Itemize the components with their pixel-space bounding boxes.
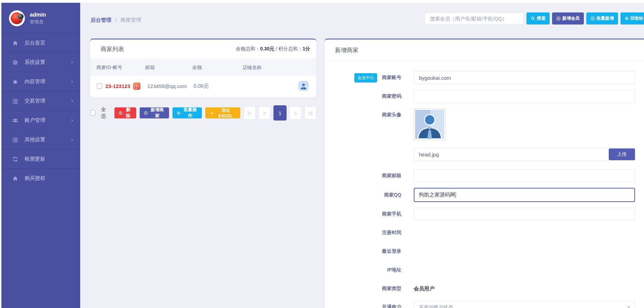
verified-badge-icon: V [133,83,140,90]
sidebar-item-label: 账户管理 [25,117,70,124]
totals-summary: 余额总和：0.30元 / 积分总和：1分 [236,46,310,52]
chevron-right-icon [70,80,74,84]
pagination-last[interactable]: >| [305,106,316,119]
sidebar-menu: 后台首页 系统设置 内容管理 [1,33,80,188]
merchant-avatar-preview[interactable] [414,108,446,140]
qq-row: 商家QQ 狗凯之家源码网 [325,188,635,202]
merchant-list-title: 商家列表 [101,45,124,53]
avatar-label: 商家头像 [382,112,401,118]
open-merchant-row: 开通商户 不变动商户状态 [325,301,635,308]
add-merchant-button[interactable]: 新增商家 [140,107,169,118]
merchant-phone-input[interactable] [414,208,635,221]
list-actions-bar: 全选 删除 新增商家 批量操作 [90,105,316,121]
type-label: 商家类型 [382,286,401,292]
summary-separator: / [274,46,279,51]
merchant-avatar[interactable] [298,81,309,91]
table-row[interactable]: 23-123123 V 123456@qq.com 0.00元 [90,76,316,97]
open-merchant-label: 开通商户 [382,304,401,308]
main-content: 后台管理 / 商家管理 搜索 新增会员 批量新增 [80,3,644,308]
person-icon [299,82,308,90]
qq-label: 商家QQ [384,192,401,198]
password-row: 商家密码 [325,90,635,103]
reg-time-label: 注册时间 [382,230,401,236]
merchant-balance: 0.00元 [194,76,209,96]
phone-label: 商家手机 [382,211,401,217]
add-merchant-button-label: 新增商家 [149,107,165,119]
batch-add-button[interactable]: 批量新增 [586,12,618,25]
star-icon [12,78,19,85]
user-role: 管理员 [30,19,46,25]
add-member-button[interactable]: 新增会员 [552,12,584,25]
export-excel-button-label: 导出EXCEL [215,108,236,118]
export-excel-button[interactable]: 导出EXCEL [205,107,240,118]
sidebar-item-label: 其他设置 [25,136,70,143]
open-merchant-select[interactable]: 不变动商户状态 [414,301,635,308]
ip-label: IP地址 [387,267,401,273]
search-input[interactable] [425,12,524,25]
refresh-icon [12,156,19,163]
add-merchant-card: 新增商家 会员中心 商家帐号 商家密码 [325,39,644,308]
pagination-page-1[interactable]: 1 [273,105,287,121]
avatar-filename-input[interactable] [414,148,635,161]
pagination-next[interactable]: > [290,106,301,119]
pagination: |< < 1 > >| [244,105,316,121]
batch-action-button[interactable]: 批量操作 [172,107,202,118]
sidebar-item-check-update[interactable]: 检测更新 [1,149,80,169]
recycle-bin-button[interactable]: ♻ 回收站 [620,12,644,25]
sidebar-item-trade[interactable]: 交易管理 [1,91,80,110]
breadcrumb: 后台管理 / 商家管理 [91,17,141,23]
batch-action-button-label: 批量操作 [183,107,198,119]
user-block: admin 管理员 [1,3,80,33]
upload-button[interactable]: 上传 [609,148,635,160]
merchant-type-value: 会员用户 [414,286,435,291]
chevron-right-icon [70,99,74,103]
sidebar-item-accounts[interactable]: 账户管理 [1,110,80,130]
account-row: 会员中心 商家帐号 [325,71,635,84]
sidebar-item-label: 内容管理 [25,78,70,85]
sidebar-item-other-settings[interactable]: 其他设置 [1,130,80,149]
sidebar-item-label: 系统设置 [25,59,70,66]
merchant-password-input[interactable] [414,90,635,103]
points-total-value: 1分 [302,46,310,51]
plus-circle-icon [556,16,561,21]
breadcrumb-current: 商家管理 [121,17,141,23]
sidebar-item-content[interactable]: 内容管理 [1,72,80,91]
password-label: 商家密码 [382,93,401,99]
plus-circle-icon [144,111,148,115]
add-merchant-form: 会员中心 商家帐号 商家密码 商家头像 [325,61,644,308]
column-header-email: 邮箱 [145,59,155,76]
select-all-checkbox[interactable] [90,110,95,116]
app-root: admin 管理员 后台首页 系统设置 [1,3,644,308]
delete-button[interactable]: 删除 [114,107,136,118]
sidebar-item-system-settings[interactable]: 系统设置 [1,52,80,72]
sidebar-item-buy-license[interactable]: 购买授权 [1,169,80,188]
home-icon [12,40,19,47]
sidebar-item-label: 检测更新 [25,156,74,162]
add-member-button-label: 新增会员 [562,16,580,21]
merchant-account-input[interactable] [414,71,635,84]
merchant-email-input[interactable] [414,169,635,182]
person-avatar-image [415,110,444,139]
sidebar-item-home[interactable]: 后台首页 [1,33,80,52]
merchant-qq-input[interactable]: 狗凯之家源码网 [414,188,635,202]
plus-circle-icon [590,16,595,21]
last-login-label: 最近登录 [382,248,401,254]
row-checkbox[interactable] [97,83,102,89]
gear-icon [12,59,19,66]
member-search-bar: 搜索 新增会员 批量新增 ♻ 回收站 [425,12,644,25]
avatar-row: 商家头像 [325,108,635,161]
search-button[interactable]: 搜索 [526,12,550,25]
balance-total-value: 0.30元 [260,46,274,51]
breadcrumb-parent[interactable]: 后台管理 [91,17,111,23]
users-icon [12,117,19,124]
sidebar-item-label: 后台首页 [25,40,74,46]
times-circle-icon [119,111,123,115]
pagination-prev[interactable]: < [259,106,270,119]
member-center-badge[interactable]: 会员中心 [354,73,377,83]
merchant-list-card: 商家列表 余额总和：0.30元 / 积分总和：1分 商家ID-帐号 邮箱 余额 … [90,39,316,98]
email-label: 商家邮箱 [382,173,401,179]
last-login-row: 最近登录 [325,245,635,258]
merchant-id-link[interactable]: 23-123123 [105,83,130,89]
pagination-first[interactable]: |< [244,106,255,119]
list-icon [12,98,19,105]
